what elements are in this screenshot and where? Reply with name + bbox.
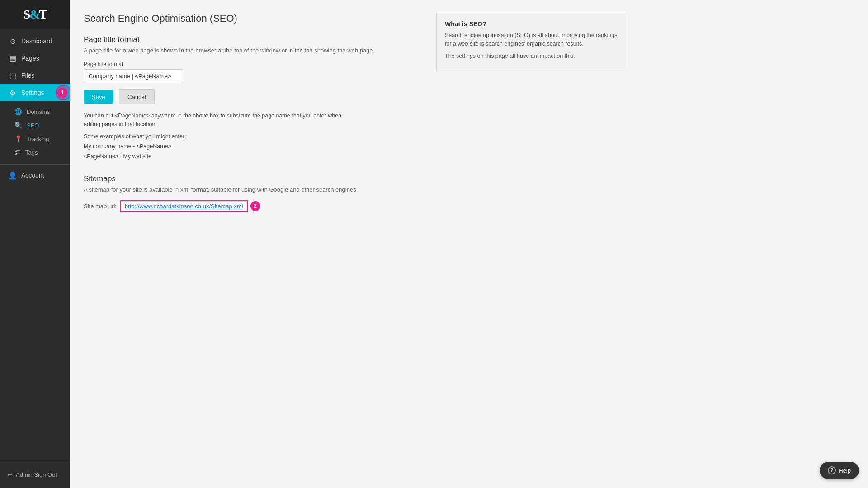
sidebar-item-seo[interactable]: 🔍 SEO <box>0 118 70 132</box>
sidebar-item-account[interactable]: 👤 Account <box>0 167 70 184</box>
settings-badge: 1 <box>57 88 67 98</box>
form-actions: Save Cancel <box>84 89 418 104</box>
seo-info-title: What is SEO? <box>445 20 618 28</box>
seo-info-box: What is SEO? Search engine optimisation … <box>436 13 626 71</box>
signout-label: Admin Sign Out <box>16 471 57 478</box>
seo-icon: 🔍 <box>14 122 22 129</box>
example-1: My company name - <PageName> <box>84 141 418 152</box>
examples-list: My company name - <PageName> <PageName> … <box>84 141 418 162</box>
sidebar: S&T ⊙ Dashboard ▤ Pages ⬚ Files ⚙ Settin… <box>0 0 70 488</box>
sidebar-item-files[interactable]: ⬚ Files <box>0 67 70 84</box>
sitemap-row: Site map url: http://www.richardatkinson… <box>84 200 418 212</box>
sidebar-item-label: Settings <box>21 89 44 96</box>
help-icon: ? <box>828 466 836 474</box>
section-heading: Page title format <box>84 35 418 44</box>
sidebar-item-label: Pages <box>21 55 39 62</box>
domains-icon: 🌐 <box>14 108 22 115</box>
page-title-section: Page title format A page title for a web… <box>84 35 418 162</box>
content-side: What is SEO? Search engine optimisation … <box>432 0 626 488</box>
sitemaps-heading: Sitemaps <box>84 174 418 183</box>
sidebar-item-dashboard[interactable]: ⊙ Dashboard <box>0 33 70 50</box>
logo-area: S&T <box>0 0 70 29</box>
settings-wrapper: ⚙ Settings 1 <box>0 84 70 101</box>
sitemaps-description: A sitemap for your site is available in … <box>84 186 418 193</box>
admin-signout-button[interactable]: ↩ Admin Sign Out <box>0 467 70 483</box>
form-label: Page title format <box>84 61 418 67</box>
sidebar-sub-label: Tracking <box>27 136 49 142</box>
sitemap-label: Site map url: <box>84 203 117 210</box>
pages-icon: ▤ <box>9 54 17 62</box>
nav-divider <box>0 164 70 165</box>
sidebar-item-pages[interactable]: ▤ Pages <box>0 50 70 67</box>
page-title: Search Engine Optimisation (SEO) <box>84 13 418 24</box>
save-button[interactable]: Save <box>84 90 113 104</box>
examples-label: Some examples of what you might enter : <box>84 133 418 140</box>
seo-info-text1: Search engine optimisation (SEO) is all … <box>445 31 618 48</box>
example-2: <PageName> : My website <box>84 151 418 162</box>
help-label: Help <box>839 467 851 474</box>
signout-icon: ↩ <box>7 471 12 478</box>
content-main: Search Engine Optimisation (SEO) Page ti… <box>70 0 432 488</box>
cancel-button[interactable]: Cancel <box>119 89 154 104</box>
sitemap-badge: 2 <box>250 201 260 211</box>
settings-icon: ⚙ <box>9 89 17 97</box>
sitemap-url-link[interactable]: http://www.richardatkinson.co.uk/Sitemap… <box>120 200 248 212</box>
seo-info-text2: The settings on this page all have an im… <box>445 52 618 61</box>
pagename-info-text: You can put <PageName> anywhere in the a… <box>84 112 355 129</box>
tags-icon: 🏷 <box>14 149 21 156</box>
tracking-icon: 📍 <box>14 135 22 142</box>
files-icon: ⬚ <box>9 71 17 80</box>
sidebar-item-tracking[interactable]: 📍 Tracking <box>0 132 70 145</box>
sidebar-item-label: Account <box>21 172 44 179</box>
sidebar-sub-label: Domains <box>27 108 50 115</box>
sidebar-sub-label: Tags <box>25 149 38 156</box>
sidebar-sub-label: SEO <box>27 122 39 129</box>
sitemap-url-wrapper: http://www.richardatkinson.co.uk/Sitemap… <box>120 200 248 212</box>
section-description: A page title for a web page is shown in … <box>84 47 418 54</box>
sidebar-item-domains[interactable]: 🌐 Domains <box>0 105 70 118</box>
sitemaps-section: Sitemaps A sitemap for your site is avai… <box>84 174 418 212</box>
page-title-format-input[interactable] <box>84 69 183 83</box>
app-logo: S&T <box>24 7 47 22</box>
sidebar-item-tags[interactable]: 🏷 Tags <box>0 145 70 159</box>
content-wrapper: Search Engine Optimisation (SEO) Page ti… <box>70 0 868 488</box>
dashboard-icon: ⊙ <box>9 37 17 45</box>
main-content: Search Engine Optimisation (SEO) Page ti… <box>70 0 868 488</box>
account-icon: 👤 <box>9 171 17 179</box>
sidebar-bottom: ↩ Admin Sign Out <box>0 461 70 488</box>
sidebar-item-label: Dashboard <box>21 38 52 45</box>
sidebar-item-label: Files <box>21 72 35 79</box>
sidebar-nav: ⊙ Dashboard ▤ Pages ⬚ Files ⚙ Settings 1… <box>0 29 70 461</box>
help-button[interactable]: ? Help <box>820 462 859 479</box>
settings-subnav: 🌐 Domains 🔍 SEO 📍 Tracking 🏷 Tags <box>0 101 70 163</box>
